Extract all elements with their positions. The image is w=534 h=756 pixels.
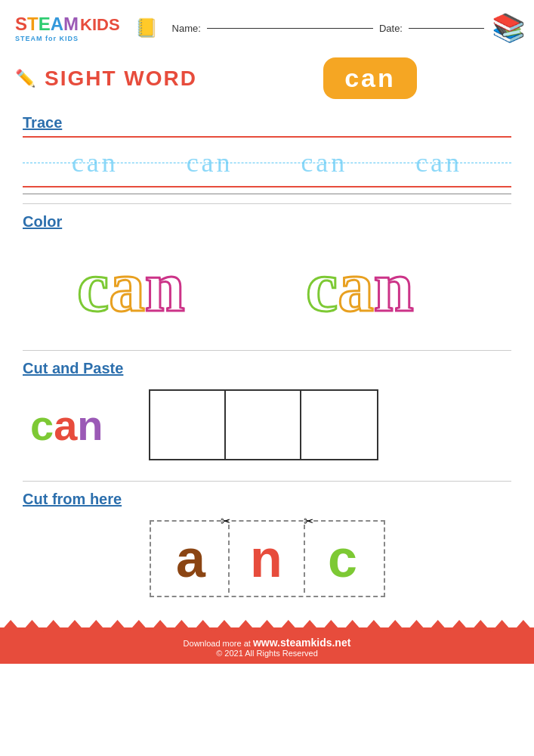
- logo: S T E A M KIDS STEAM for KIDS: [15, 14, 120, 42]
- logo-t: T: [27, 14, 39, 35]
- footer-download-label: Download more at: [184, 639, 251, 648]
- cut-here-content: ✂ ✂ a n c: [23, 513, 511, 612]
- color-word-1: can: [69, 243, 236, 326]
- footer-scallop: [0, 620, 534, 632]
- scissors-right-icon: ✂: [304, 514, 313, 528]
- divider-1: [23, 203, 511, 204]
- cut-letter-n: n: [250, 528, 282, 589]
- scissors-left-icon: ✂: [221, 514, 230, 528]
- paste-box-2: [226, 391, 301, 459]
- cut-paste-word: can: [30, 401, 103, 450]
- name-label: Name:: [172, 23, 201, 34]
- trace-words: can can can can: [23, 144, 511, 181]
- logo-subtitle: STEAM for KIDS: [15, 35, 79, 42]
- trace-title: Trace: [23, 114, 511, 132]
- cut-box-c: c: [305, 525, 381, 593]
- trace-word-4: can: [415, 147, 462, 178]
- name-date-area: Name: Date:: [168, 23, 484, 34]
- paste-boxes: [149, 389, 378, 460]
- book-icon: 📚: [492, 9, 526, 47]
- date-line: [409, 28, 484, 29]
- color-words-area: can can: [23, 235, 511, 341]
- cut-paste-a: a: [54, 401, 77, 449]
- trace-word-1: can: [72, 147, 119, 178]
- header: S T E A M KIDS STEAM for KIDS 📒 Name: Da…: [0, 0, 534, 53]
- notebook-icon: 📒: [135, 17, 158, 39]
- pencil-icon: ✏️: [15, 69, 35, 88]
- date-label: Date:: [379, 23, 403, 34]
- cut-paste-section: Cut and Paste can: [0, 360, 534, 472]
- trace-word-3: can: [301, 147, 347, 178]
- cut-paste-n: n: [77, 401, 103, 449]
- cut-here-title: Cut from here: [23, 491, 511, 508]
- footer-copyright: © 2021 All Rights Reserved: [0, 649, 534, 658]
- sight-word-label: SIGHT WORD: [45, 67, 197, 91]
- paste-box-3: [301, 391, 377, 459]
- cut-dashed-box: ✂ ✂ a n c: [150, 520, 385, 597]
- svg-text:can: can: [306, 246, 414, 326]
- extra-writing-line: [23, 194, 511, 194]
- svg-text:can: can: [77, 246, 185, 326]
- cut-box-a: a: [154, 525, 230, 593]
- cut-letter-a: a: [176, 528, 205, 589]
- logo-m: M: [63, 14, 79, 35]
- trace-top-line: [23, 136, 511, 138]
- logo-a: A: [51, 14, 63, 35]
- logo-kids: KIDS: [80, 15, 120, 35]
- logo-s: S: [15, 14, 27, 35]
- footer: Download more at www.steamkids.net © 202…: [0, 627, 534, 664]
- color-word-2: can: [298, 243, 465, 326]
- sight-word-bar: ✏️ SIGHT WORD can: [0, 53, 534, 107]
- divider-3: [23, 481, 511, 482]
- color-section: Color can can: [0, 213, 534, 341]
- cut-box-n: n: [230, 525, 305, 593]
- name-line: [207, 28, 373, 29]
- cut-here-section: Cut from here ✂ ✂ a n c: [0, 491, 534, 612]
- cut-paste-c: c: [30, 401, 54, 449]
- divider-2: [23, 350, 511, 351]
- color-title: Color: [23, 213, 511, 231]
- footer-download: Download more at www.steamkids.net: [0, 637, 534, 649]
- cut-paste-content: can: [23, 382, 511, 472]
- sight-word-badge: can: [323, 57, 417, 99]
- cut-letter-c: c: [328, 528, 357, 589]
- trace-section: Trace can can can can: [0, 114, 534, 194]
- trace-word-2: can: [187, 147, 233, 178]
- logo-e: E: [39, 14, 51, 35]
- footer-url[interactable]: www.steamkids.net: [253, 637, 350, 649]
- paste-box-1: [150, 391, 226, 459]
- cut-paste-title: Cut and Paste: [23, 360, 511, 377]
